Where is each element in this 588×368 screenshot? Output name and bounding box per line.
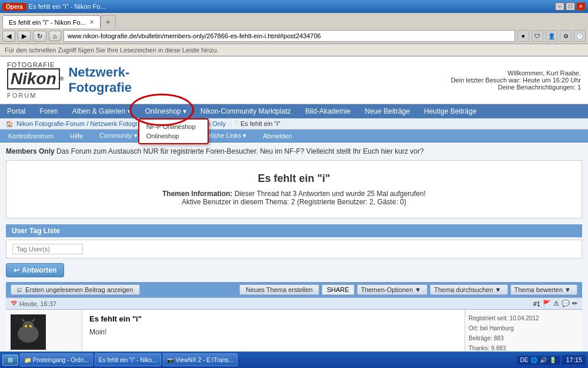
network-icon: 🌐 xyxy=(530,357,537,363)
minimize-button[interactable]: − xyxy=(555,2,564,11)
taskbar-btn-viewnx[interactable]: 📷 ViewNX 2 - E:\Trans... xyxy=(163,353,238,366)
post-date-text: Heute, 16:37 xyxy=(19,300,56,307)
volume-icon: 🔊 xyxy=(540,357,547,363)
system-tray: DE 🌐 🔊 🔋 xyxy=(517,356,560,364)
taskbar: ⊞ 📁 Posteingang - Ordn... Es fehlt ein "… xyxy=(0,352,588,368)
checkbox-icon: ☑ xyxy=(17,287,22,293)
tab-close-icon[interactable]: ✕ xyxy=(89,19,94,25)
title-bar: Opera Es fehlt ein "i" - Nikon Fo... − □… xyxy=(0,0,588,13)
tab-bar: Es fehlt ein "i" - Nikon Fo... ✕ + xyxy=(0,13,588,28)
user-icon[interactable]: 👤 xyxy=(546,30,557,42)
subnav-abmelden[interactable]: Abmelden xyxy=(255,130,300,142)
nav-bild-akademie[interactable]: Bild-Akademie xyxy=(298,104,358,118)
window-controls: − □ ✕ xyxy=(555,2,586,11)
subnav-hilfe[interactable]: Hilfe xyxy=(62,130,91,142)
svg-marker-3 xyxy=(31,317,35,322)
time-icon[interactable]: 🕐 xyxy=(574,30,586,42)
logo-netzwerk-box: Netzwerk- Fotografie xyxy=(68,65,132,95)
logo-netzwerk: Netzwerk- xyxy=(68,65,132,80)
header-user-info: Willkommen, Kurt Raabe. Dein letzter Bes… xyxy=(451,69,581,91)
home-button[interactable]: ⌂ xyxy=(49,31,61,41)
forward-button[interactable]: ▶ xyxy=(18,31,31,42)
maximize-button[interactable]: □ xyxy=(566,2,575,11)
nav-alben[interactable]: Alben & Galerien ▾ xyxy=(65,104,138,118)
members-only-title: Members Only xyxy=(6,147,55,155)
start-button[interactable]: ⊞ xyxy=(2,354,18,366)
new-theme-button[interactable]: Neues Thema erstellen xyxy=(239,284,319,295)
sub-navigation: Kontrollzentrum Hilfe Community ▾ Suchen… xyxy=(0,130,588,142)
tag-user-input[interactable] xyxy=(12,244,83,254)
thread-title: Es fehlt ein "i" xyxy=(18,173,570,185)
heart-icon[interactable]: ♥ xyxy=(517,30,529,42)
subnav-community[interactable]: Community ▾ xyxy=(91,130,146,142)
stat-posts: Beiträge: 883 xyxy=(469,333,579,343)
new-tab-button[interactable]: + xyxy=(101,15,116,28)
rate-theme-button[interactable]: Thema bewerten ▼ xyxy=(510,284,578,295)
bookmarks-text: Für den schnellen Zugriff fügen Sie Ihre… xyxy=(5,47,219,54)
thread-info-text: Dieser Thread hat 3 Antworten und wurde … xyxy=(235,190,426,198)
breadcrumb-home[interactable]: Nikon Fotografie-Forum / Netzwerk Fotogr… xyxy=(16,120,148,127)
reply-label: Antworten xyxy=(22,266,56,274)
navigation-bar: ◀ ▶ ↻ ⌂ ♥ 🛡 👤 ⚙ 🕐 xyxy=(0,28,588,44)
svg-point-5 xyxy=(29,325,32,327)
members-only-desc: Das Forum zum Austausch NUR für registri… xyxy=(56,147,424,155)
theme-options-button[interactable]: Themen-Optionen ▼ xyxy=(357,284,428,295)
reply-button[interactable]: ↩ Antworten xyxy=(6,263,64,277)
action-bar: ↩ Antworten xyxy=(6,263,582,277)
edit-icon: ✏ xyxy=(572,300,577,307)
post-content-title: Es fehlt ein "i" xyxy=(89,314,457,323)
thread-box: Es fehlt ein "i" Themen Information: Die… xyxy=(6,160,582,218)
site-header: FOTOGRAFIE Nikon ® FORUM Netzwerk- Fotog… xyxy=(0,57,588,104)
post-number: #1 xyxy=(533,300,540,307)
logo-forum: FORUM xyxy=(7,91,36,99)
nav-foren[interactable]: Foren xyxy=(32,104,65,118)
taskbar-right: DE 🌐 🔊 🔋 17:15 xyxy=(517,355,586,364)
last-visit-text: Dein letzter Besuch war: Heute um 16:20 … xyxy=(451,77,581,84)
calendar-icon: 📅 xyxy=(11,301,17,307)
nav-neue-beitraege[interactable]: Neue Beiträge xyxy=(358,104,417,118)
reply-icon: ↩ xyxy=(14,266,19,274)
post-icons: #1 🚩 ⚠ 💬 ✏ xyxy=(533,300,577,307)
avatar-svg xyxy=(14,317,43,347)
battery-icon: 🔋 xyxy=(549,357,556,363)
post-date: 📅 Heute, 16:37 xyxy=(11,300,56,307)
stat-location: Ort: bei Hamburg xyxy=(469,323,579,333)
clock: 17:15 xyxy=(562,355,586,364)
dropdown-onlineshop[interactable]: Onlineshop xyxy=(144,131,203,141)
nav-onlineshop[interactable]: Onlineshop ▾ xyxy=(138,104,193,118)
share-button[interactable]: SHARE xyxy=(322,284,355,295)
active-tab[interactable]: Es fehlt ein "i" - Nikon Fo... ✕ xyxy=(2,15,101,28)
taskbar-btn-posteingang[interactable]: 📁 Posteingang - Ordn... xyxy=(20,353,93,366)
svg-point-4 xyxy=(25,325,27,327)
windows-icon: ⊞ xyxy=(8,356,13,364)
user-tag-content xyxy=(6,240,582,258)
opera-button[interactable]: Opera xyxy=(2,3,26,11)
nav-icons: ♥ 🛡 👤 ⚙ 🕐 xyxy=(517,30,586,42)
settings-icon[interactable]: ⚙ xyxy=(560,30,572,42)
back-button[interactable]: ◀ xyxy=(2,31,15,42)
logo-nikon: Nikon xyxy=(7,68,60,89)
reload-button[interactable]: ↻ xyxy=(33,31,46,42)
stat-registered: Registriert seit: 10.04.2012 xyxy=(469,313,579,323)
svg-marker-2 xyxy=(21,317,25,322)
search-theme-button[interactable]: Thema durchsuchen ▼ xyxy=(430,284,507,295)
dropdown-nff-onlineshop[interactable]: NF-F Onlineshop xyxy=(144,122,203,131)
shield-icon[interactable]: 🛡 xyxy=(532,30,543,42)
window-title: Es fehlt ein "i" - Nikon Fo... xyxy=(29,3,106,10)
taskbar-btn-es-fehlt[interactable]: Es fehlt ein "i" - Niko... xyxy=(95,353,161,366)
breadcrumb-icon: 🏠 xyxy=(6,121,13,127)
avatar xyxy=(11,314,46,350)
warning-icon: ⚠ xyxy=(553,300,559,307)
address-input[interactable] xyxy=(64,30,515,42)
post-date-row: 📅 Heute, 16:37 #1 🚩 ⚠ 💬 ✏ xyxy=(6,297,582,310)
post-text: Moin! xyxy=(89,327,457,337)
close-button[interactable]: ✕ xyxy=(576,2,586,11)
show-unread-label: Ersten ungelesenen Beitrag anzeigen xyxy=(25,286,133,293)
subnav-kontrollzentrum[interactable]: Kontrollzentrum xyxy=(0,130,62,142)
title-bar-left: Opera Es fehlt ein "i" - Nikon Fo... xyxy=(2,3,106,11)
nav-marktplatz[interactable]: Nikon-Community Marktplatz xyxy=(193,104,298,118)
flag-icon: 🚩 xyxy=(543,300,551,307)
show-unread-button[interactable]: ☑ Ersten ungelesenen Beitrag anzeigen xyxy=(11,284,140,295)
nav-portal[interactable]: Portal xyxy=(0,104,32,118)
nav-heutige-beitraege[interactable]: Heutige Beiträge xyxy=(417,104,483,118)
